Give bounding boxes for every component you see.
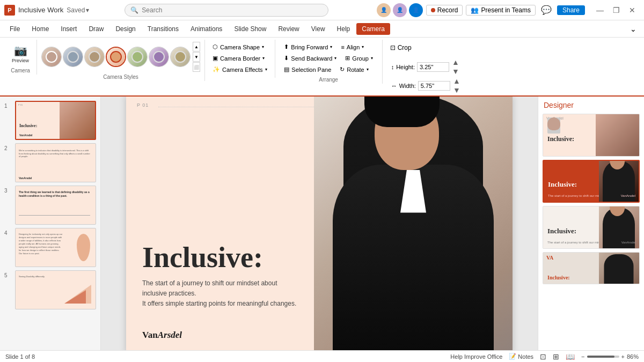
menu-file[interactable]: File xyxy=(4,23,25,35)
slide-thumb-2[interactable]: 2 We're committing to inclusion that dis… xyxy=(4,143,96,182)
group-button[interactable]: ⊞ Group ▾ xyxy=(342,53,376,63)
designer-panel: Designer VanArsdel Inclusive: Inclusive:… xyxy=(538,97,644,350)
thumb5-chart xyxy=(64,285,91,304)
menu-bar: File Home Insert Draw Design Transitions… xyxy=(0,20,644,38)
crop-button[interactable]: ⊡ Crop xyxy=(387,42,415,54)
view-normal-icon[interactable]: ⊡ xyxy=(540,352,546,361)
style-thumb-3[interactable] xyxy=(84,47,105,67)
dopt4-title: Inclusive: xyxy=(547,275,570,280)
design-option-1[interactable]: VanArsdel Inclusive: xyxy=(543,114,640,157)
designer-panel-title: Designer xyxy=(543,101,640,109)
slide-preview-2[interactable]: We're committing to inclusion that disab… xyxy=(15,143,96,182)
zoom-out-icon[interactable]: − xyxy=(581,353,584,360)
camera-shape-button[interactable]: ⬡ Camera Shape ▾ xyxy=(209,42,267,52)
menu-camera[interactable]: Camera xyxy=(356,23,390,35)
align-button[interactable]: ≡ Align ▾ xyxy=(338,42,367,52)
thumb-person xyxy=(60,102,95,139)
style-thumb-7[interactable] xyxy=(170,47,191,67)
ribbon-arrange-group: ⬆ Bring Forward ▾ ≡ Align ▾ ⬇ Send Backw… xyxy=(275,40,383,84)
menu-insert[interactable]: Insert xyxy=(55,23,82,35)
title-bar: P Inclusive Work Saved ▾ 🔍 👤 👤 👤 Record … xyxy=(0,0,644,20)
crop-icon: ⊡ xyxy=(390,44,396,51)
ribbon-collapse-icon[interactable]: ⌄ xyxy=(627,25,640,33)
height-down-button[interactable]: ▼ xyxy=(451,67,460,76)
thumb4-shape xyxy=(77,234,90,261)
slide-number-4: 4 xyxy=(4,230,12,236)
dopt3-title: Inclusive: xyxy=(547,227,576,235)
app-name: Inclusive Work xyxy=(18,6,63,14)
slide-person-area xyxy=(314,97,513,350)
scroll-down-button[interactable]: ▼ xyxy=(193,52,200,62)
slide-subtitle-line2: It offers simple starting points for mea… xyxy=(142,299,303,309)
slide-page-label: P 01 xyxy=(137,102,149,108)
comment-icon[interactable]: 💬 xyxy=(539,5,554,15)
zoom-in-icon[interactable]: + xyxy=(621,353,625,360)
width-down-button[interactable]: ▼ xyxy=(452,86,461,94)
slide-thumb-4[interactable]: 4 Designing for inclusivity not only ope… xyxy=(4,228,96,267)
design-option-2[interactable]: Inclusive: The start of a journey to shi… xyxy=(543,160,640,203)
present-in-teams-button[interactable]: 👥 Present in Teams xyxy=(466,5,536,16)
close-button[interactable]: ✕ xyxy=(625,4,640,17)
preview-button[interactable]: 📷 Preview xyxy=(9,42,32,65)
camera-effects-button[interactable]: ✨ Camera Effects ▾ xyxy=(209,64,270,75)
bring-forward-button[interactable]: ⬆ Bring Forward ▾ xyxy=(281,42,335,52)
scroll-more-button[interactable]: ⬜ xyxy=(193,62,200,72)
search-input[interactable] xyxy=(142,6,323,14)
menu-view[interactable]: View xyxy=(306,23,331,35)
chevron-down-icon[interactable]: ▾ xyxy=(86,6,89,14)
preview-icon: 📷 xyxy=(14,44,27,57)
menu-review[interactable]: Review xyxy=(273,23,304,35)
ribbon-camera-group: 📷 Preview Camera xyxy=(4,40,37,75)
dopt4-va: VA xyxy=(546,255,553,261)
slide-thumb-3[interactable]: 3 The first thing we learned is that def… xyxy=(4,186,96,225)
slide-number-2: 2 xyxy=(4,145,12,151)
design-option-4[interactable]: VA Inclusive: xyxy=(543,252,640,284)
selection-pane-button[interactable]: ▤ Selection Pane xyxy=(281,64,334,75)
height-input[interactable] xyxy=(417,62,449,72)
dopt1-person xyxy=(596,114,639,156)
scroll-up-button[interactable]: ▲ xyxy=(193,42,200,51)
notes-button[interactable]: 📝 Notes xyxy=(509,353,533,360)
menu-design[interactable]: Design xyxy=(110,23,141,35)
menu-home[interactable]: Home xyxy=(26,23,54,35)
slide-canvas[interactable]: P 01 FY 21 Inclusive Design Guideline xyxy=(126,97,513,350)
styles-group-label: Camera Styles xyxy=(103,74,138,81)
bring-forward-icon: ⬆ xyxy=(284,43,289,50)
slide-thumb-1[interactable]: 1 P 01 Inclusive: VanArsdel xyxy=(4,101,96,140)
slide-preview-1[interactable]: P 01 Inclusive: VanArsdel xyxy=(15,101,96,140)
menu-slideshow[interactable]: Slide Show xyxy=(229,23,272,35)
rotate-button[interactable]: ↻ Rotate ▾ xyxy=(336,64,371,75)
style-thumb-6[interactable] xyxy=(149,47,169,67)
style-thumb-1[interactable] xyxy=(41,47,62,67)
zoom-fill xyxy=(587,356,615,358)
restore-button[interactable]: ❐ xyxy=(609,4,624,17)
camera-border-button[interactable]: ▣ Camera Border ▾ xyxy=(209,53,268,63)
style-thumb-4[interactable] xyxy=(106,47,126,67)
menu-transitions[interactable]: Transitions xyxy=(142,23,184,35)
slide-preview-4[interactable]: Designing for inclusivity not only opens… xyxy=(15,228,96,267)
record-button[interactable]: Record xyxy=(426,5,463,16)
search-box[interactable]: 🔍 xyxy=(125,4,328,17)
menu-animations[interactable]: Animations xyxy=(185,23,228,35)
menu-draw[interactable]: Draw xyxy=(83,23,109,35)
slide-thumb-5[interactable]: 5 Seeing Disability differently xyxy=(4,270,96,309)
style-thumb-5[interactable] xyxy=(127,47,148,67)
design-option-3[interactable]: Inclusive: The start of a journey to shi… xyxy=(543,206,640,249)
width-up-button[interactable]: ▲ xyxy=(452,77,461,85)
slide-info: Slide 1 of 8 xyxy=(5,353,35,360)
send-backward-button[interactable]: ⬇ Send Backward ▾ xyxy=(281,53,340,63)
view-slide-sorter-icon[interactable]: ⊞ xyxy=(553,352,559,361)
height-up-button[interactable]: ▲ xyxy=(451,58,460,67)
width-text: Width: xyxy=(399,83,416,89)
slide-preview-5[interactable]: Seeing Disability differently xyxy=(15,270,96,309)
slide-preview-3[interactable]: The first thing we learned is that defin… xyxy=(15,186,96,225)
style-thumb-2[interactable] xyxy=(63,47,83,67)
share-button[interactable]: Share xyxy=(557,5,585,15)
menu-help[interactable]: Help xyxy=(332,23,356,35)
slide-number-3: 3 xyxy=(4,188,12,194)
dopt3-logo: VanArsdel xyxy=(621,241,636,244)
view-reading-icon[interactable]: 📖 xyxy=(566,352,575,361)
minimize-button[interactable]: — xyxy=(592,4,608,17)
width-input[interactable] xyxy=(418,81,450,91)
camera-group-label: Camera xyxy=(11,68,30,75)
